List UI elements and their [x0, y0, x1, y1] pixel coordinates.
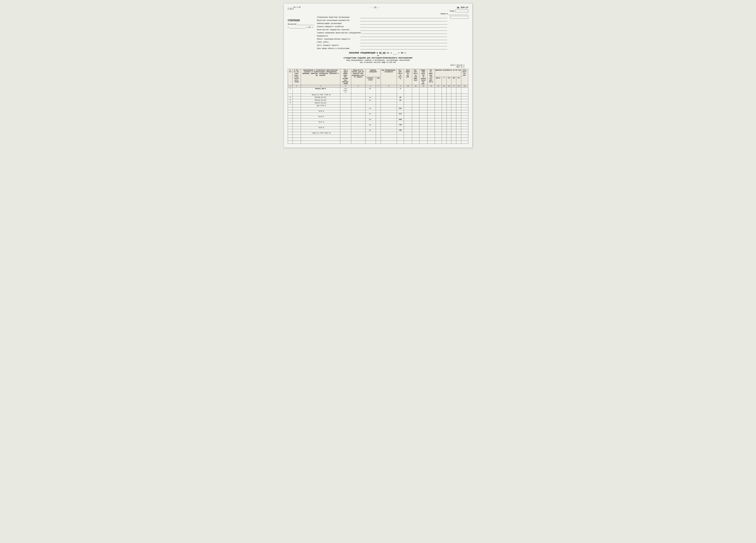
row-empty-9: [461, 118, 468, 121]
row-empty-3: [428, 118, 435, 121]
row-num: [288, 124, 293, 127]
table-row: Болты по ГОСТ 7798-70: [288, 94, 468, 96]
row-empty-6: [447, 124, 451, 127]
row-num: [288, 113, 293, 116]
table-row: шт. 720: [288, 124, 468, 127]
row-empty-5: [442, 107, 446, 110]
top-meta: ......01-1-30 б.ЭП/3 - 76 - 2ф 374-17 Ко…: [288, 6, 468, 12]
row-empty-8: [419, 94, 428, 96]
row-pos: [293, 113, 301, 116]
col-n3: 3: [301, 85, 340, 88]
row-empty-0: [340, 132, 351, 135]
row-qty: 792: [397, 129, 404, 132]
form-field-label: Часть (раздел) проекта: [317, 44, 360, 46]
row-maker: [351, 107, 365, 110]
row-qty: 48: [397, 99, 404, 102]
row-empty-7: [451, 113, 456, 116]
row-num: [288, 105, 293, 107]
row-empty-1: [412, 118, 419, 121]
row-empty-2: [419, 113, 428, 116]
row-empty-14: [456, 94, 461, 96]
empty-cell: [397, 141, 404, 143]
empty-cell: [351, 135, 365, 138]
col-n17: 17: [451, 85, 456, 88]
row-maker: [351, 118, 365, 121]
row-empty-5: [397, 94, 404, 96]
row-subheader-name: H=17 м: [301, 121, 340, 124]
row-qty: 576: [397, 113, 404, 116]
row-maker: [351, 99, 365, 102]
row-empty-14: [456, 121, 461, 124]
row-empty-5: [397, 121, 404, 124]
row-empty-8: [456, 113, 461, 116]
col-n19: 19: [461, 85, 468, 88]
spec-subtitle2: (вид оборудования: изделия и материалов,…: [288, 59, 468, 61]
row-maker: [351, 129, 365, 132]
form-field-label: Проектная организация-разработчик: [317, 20, 360, 21]
row-qty: 5: [397, 88, 404, 94]
spec-title-section: ЗАКАЗНАЯ СПЕЦИФИКАЦИЯ № НГ-09 от « » 19 …: [288, 52, 468, 63]
form-field-row: Генеральная проектная организация: [317, 16, 447, 18]
col-q2: II: [447, 77, 451, 85]
row-empty-2: [419, 129, 428, 132]
row-pos: [293, 110, 301, 113]
row-name: [301, 107, 340, 110]
col-unit-header: Единицаизмерения: [365, 69, 381, 77]
row-num: [288, 107, 293, 110]
row-gost: [340, 124, 351, 127]
row-empty-6: [404, 110, 412, 113]
row-empty-13: [451, 121, 456, 124]
row-empty-2: [365, 126, 376, 129]
row-empty-3: [376, 132, 381, 135]
header-section: УТВЕРЖДАЮ Начальник « » 197 г. Генеральн…: [288, 16, 468, 50]
row-empty-12: [447, 126, 451, 129]
row-empty-6: [447, 129, 451, 132]
row-empty-9: [428, 126, 435, 129]
row-code: [381, 88, 397, 94]
row-empty-15: [461, 105, 468, 107]
row-empty-5: [397, 105, 404, 107]
empty-cell: [381, 138, 397, 141]
row-empty-3: [376, 116, 381, 118]
row-empty-7: [451, 102, 456, 105]
row-empty-12: [447, 121, 451, 124]
row-empty-7: [451, 129, 456, 132]
form-field-underline: [362, 32, 447, 34]
ref-line2: б.ЭП/3: [288, 8, 301, 10]
row-empty-10: [435, 116, 442, 118]
row-empty-12: [447, 132, 451, 135]
row-code: [381, 129, 397, 132]
row-num: [288, 132, 293, 135]
col-name-header: Наименование и технические характеристик…: [301, 69, 340, 85]
row-empty-6: [447, 113, 451, 116]
col-n8: 8: [381, 85, 397, 88]
row-maker: [351, 113, 365, 116]
row-empty-3: [428, 107, 435, 110]
row-unit: шт.: [365, 124, 376, 127]
row-unit-code: [376, 118, 381, 121]
row-empty-4: [381, 126, 397, 129]
row-empty-11: [442, 132, 446, 135]
row-empty-8: [456, 99, 461, 102]
row-empty-9: [461, 107, 468, 110]
form-field-underline: [360, 28, 447, 31]
col-n6: 6: [365, 85, 376, 88]
row-empty-3: [428, 99, 435, 102]
sheets-total-value: 2: [463, 64, 464, 66]
empty-cell: [428, 135, 435, 138]
row-empty-15: [461, 126, 468, 129]
row-unit-code: [376, 99, 381, 102]
empty-cell: [451, 135, 456, 138]
form-field-row: Отрасль народного хозяйства: [317, 25, 447, 28]
row-empty-2: [419, 118, 428, 121]
row-qty: 648: [397, 118, 404, 121]
approved-line1-label: Начальник: [288, 23, 297, 25]
row-subheader-name: Гайки по ГОСТ 5915-70: [301, 132, 340, 135]
row-empty-8: [419, 105, 428, 107]
row-pos: [293, 126, 301, 129]
row-empty-8: [456, 124, 461, 127]
row-empty-3: [428, 124, 435, 127]
row-empty-7: [451, 99, 456, 102]
row-empty-4: [435, 113, 442, 116]
form-field-label: Министерство (ведомство)-заказчик: [317, 29, 360, 31]
